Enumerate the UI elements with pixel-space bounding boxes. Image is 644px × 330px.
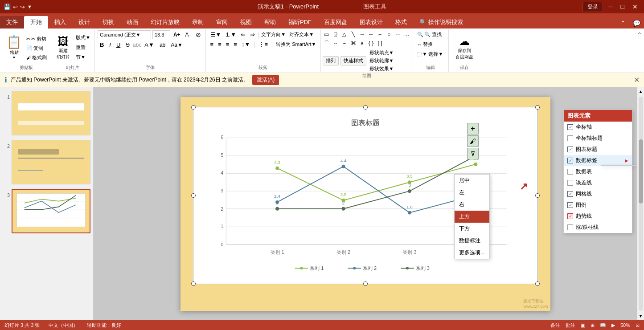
quick-styles-button[interactable]: 快速样式 <box>340 56 366 65</box>
elem-data-table-item[interactable]: 数据表 <box>564 166 632 177</box>
italic-button[interactable]: I <box>107 41 113 49</box>
bullets-button[interactable]: ☰▼ <box>209 30 223 39</box>
reset-button[interactable]: 重置 <box>74 43 92 52</box>
vertical-scrollbar[interactable]: ▲ ▼ <box>637 87 644 320</box>
notes-button[interactable]: 备注 <box>550 322 560 329</box>
tab-file[interactable]: 文件 <box>0 16 24 29</box>
scroll-up-button[interactable]: ▲ <box>638 87 644 96</box>
tab-insert[interactable]: 插入 <box>48 16 72 29</box>
handle-tl[interactable] <box>191 105 196 110</box>
slide-sorter-icon[interactable]: ⊞ <box>591 322 595 328</box>
tab-record[interactable]: 录制 <box>186 16 210 29</box>
layout-button[interactable]: 版式▼ <box>74 33 92 42</box>
select-button[interactable]: ⬚▼ 选择▼ <box>416 50 445 58</box>
char-spacing-button[interactable]: Aa▼ <box>168 41 185 49</box>
tab-transition[interactable]: 切换 <box>96 16 120 29</box>
format-brush-button[interactable]: 🖌格式刷 <box>25 53 48 62</box>
elem-gridlines-item[interactable]: ✓ 网格线 <box>564 188 632 200</box>
elem-legend-item[interactable]: ✓ 图例 <box>564 200 632 211</box>
tab-chart-design[interactable]: 图表设计 <box>353 16 389 29</box>
redo-icon[interactable]: ↪ <box>20 4 25 10</box>
login-button[interactable]: 登录 <box>582 2 603 12</box>
shape-outline-button[interactable]: 形状轮廓▼ <box>368 57 395 65</box>
font-decrease-button[interactable]: A- <box>184 31 193 39</box>
add-chart-element-icon[interactable]: + <box>467 123 479 134</box>
shape-effect-button[interactable]: 形状效果▼ <box>368 65 395 73</box>
handle-tr[interactable] <box>535 105 540 110</box>
shape-trap-btn[interactable]: ⌣ <box>394 30 402 38</box>
tab-design[interactable]: 设计 <box>72 16 96 29</box>
submenu-right[interactable]: 右 <box>455 199 489 211</box>
strikethrough-button[interactable]: S <box>123 41 132 49</box>
section-button[interactable]: 节▼ <box>74 53 92 61</box>
shape-rounded-btn[interactable]: ⌻ <box>332 30 340 38</box>
chart-style-icon[interactable]: 🖌 <box>467 135 479 147</box>
submenu-left[interactable]: 左 <box>455 187 489 199</box>
shape-dbl-arrow-btn[interactable]: ↔ <box>367 30 375 38</box>
arrange-button[interactable]: 排列 <box>323 56 339 65</box>
minimize-button[interactable]: ─ <box>606 2 615 11</box>
elem-axis-title-item[interactable]: 坐标轴标题 <box>564 133 632 144</box>
shape-tri-btn[interactable]: △ <box>340 30 349 38</box>
notification-close-icon[interactable]: ✕ <box>634 76 640 84</box>
handle-tm[interactable] <box>363 105 368 110</box>
shape-elbow-btn[interactable]: ⌐ <box>376 30 384 38</box>
shape-r2-5-btn[interactable]: ∧ <box>358 39 366 47</box>
elem-axis-item[interactable]: ✓ 坐标轴 <box>564 122 632 133</box>
new-slide-button[interactable]: 🖼 新建 幻灯片 <box>54 34 73 61</box>
text-direction-button[interactable]: 文字方向▼ <box>260 30 287 39</box>
tab-baidu[interactable]: 百度网盘 <box>318 16 353 29</box>
justify-button[interactable]: ≡ <box>232 40 239 49</box>
shape-arrow-btn[interactable]: → <box>358 30 366 38</box>
shape-r2-1-btn[interactable]: ⌒ <box>323 39 331 47</box>
shape-fill-button[interactable]: 形状填充▼ <box>368 49 395 57</box>
replace-button[interactable]: ↔替换 <box>416 40 434 49</box>
tab-slideshow[interactable]: 幻灯片放映 <box>144 16 186 29</box>
ribbon-collapse-icon[interactable]: ⌃ <box>617 18 629 29</box>
tab-home[interactable]: 开始 <box>24 16 48 29</box>
convert-smartart-button[interactable]: 转换为 SmartArt▼ <box>275 40 317 49</box>
shape-r2-4-btn[interactable]: ⌘ <box>349 39 357 47</box>
line-spacing-button[interactable]: ↕▼ <box>240 40 252 49</box>
handle-bl[interactable] <box>191 281 196 286</box>
handle-mr[interactable] <box>535 193 540 198</box>
font-increase-button[interactable]: A+ <box>172 31 182 39</box>
elem-updown-item[interactable]: 涨/跌柱线 <box>564 222 632 233</box>
save-icon[interactable]: 💾 <box>4 4 11 10</box>
tab-help[interactable]: 帮助 <box>258 16 282 29</box>
chart-filter-icon[interactable]: ⊽ <box>467 148 479 159</box>
align-left-button[interactable]: ≡ <box>209 40 216 49</box>
paste-button[interactable]: 📋 粘贴 ▼ <box>4 34 24 61</box>
slide-3-thumb[interactable]: 3 <box>2 188 91 234</box>
shape-r2-2-btn[interactable]: ⌣ <box>332 39 340 47</box>
align-right-button[interactable]: ≡ <box>224 40 231 49</box>
tab-search[interactable]: 🔍 操作说明搜索 <box>413 16 469 29</box>
find-button[interactable]: 🔍🔍 查找 <box>416 30 443 39</box>
shape-circle-btn[interactable]: ○ <box>385 30 393 38</box>
slide-2-thumb[interactable]: 2 <box>2 139 91 185</box>
zoom-fit-button[interactable]: ⊡ <box>636 322 640 328</box>
elem-chart-title-item[interactable]: ✓ 图表标题 <box>564 144 632 155</box>
save-baidu-button[interactable]: ☁ 保存到 百度网盘 <box>453 34 476 61</box>
elem-error-bars-item[interactable]: 误差线 <box>564 177 632 188</box>
numbering-button[interactable]: 1.▼ <box>224 30 238 39</box>
align-center-button[interactable]: ≡ <box>216 40 223 49</box>
align-text-button[interactable]: 对齐文本▼ <box>288 30 315 39</box>
tab-fuxin[interactable]: 福昕PDF <box>282 16 318 29</box>
normal-view-icon[interactable]: ▣ <box>581 322 585 328</box>
handle-bm[interactable] <box>363 281 368 286</box>
tab-animation[interactable]: 动画 <box>120 16 144 29</box>
shape-line-btn[interactable]: ╲ <box>349 30 357 38</box>
cut-button[interactable]: ✂✂ 剪切 <box>25 35 48 43</box>
handle-br[interactable] <box>535 281 540 286</box>
scroll-down-button[interactable]: ▼ <box>638 312 644 320</box>
elem-data-label-item[interactable]: ✓ 数据标签 ▶ <box>564 155 632 166</box>
comments-icon[interactable]: 💬 <box>629 18 644 29</box>
font-color-button[interactable]: A▼ <box>142 41 156 49</box>
tab-view[interactable]: 视图 <box>234 16 258 29</box>
restore-button[interactable]: □ <box>618 2 627 11</box>
shape-r2-7-btn[interactable]: [ ] <box>376 39 384 47</box>
submenu-above[interactable]: 上方 <box>455 211 489 223</box>
underline-button[interactable]: U <box>114 41 123 49</box>
elem-trendline-item[interactable]: ✓ 趋势线 <box>564 211 632 222</box>
